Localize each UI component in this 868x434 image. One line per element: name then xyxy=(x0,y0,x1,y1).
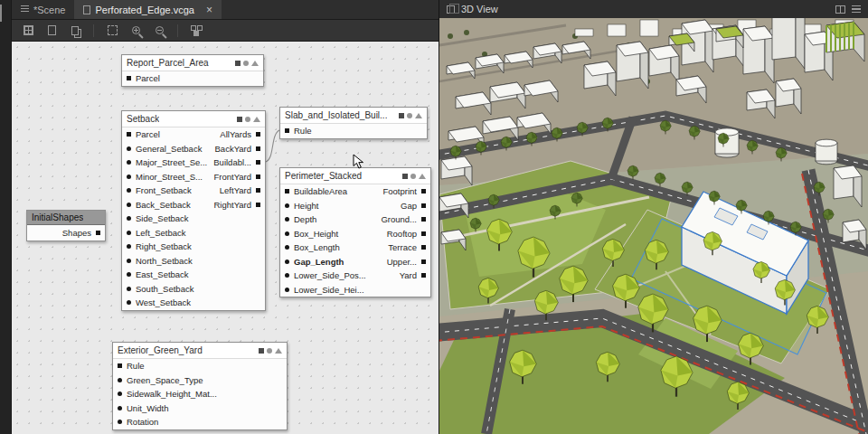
node-report-parcel-area[interactable]: Report_Parcel_Area Parcel xyxy=(121,54,264,87)
output-port[interactable] xyxy=(421,273,426,278)
input-port[interactable] xyxy=(285,288,289,292)
param-row: HeightGap xyxy=(280,199,430,213)
input-port[interactable] xyxy=(127,300,131,305)
input-port[interactable] xyxy=(127,175,131,179)
collapse-triangle-icon[interactable] xyxy=(415,113,422,118)
param-label: Box_Length xyxy=(294,242,383,252)
collapse-circle-icon[interactable] xyxy=(407,113,412,118)
input-port[interactable] xyxy=(127,244,131,249)
vcga-file-icon xyxy=(83,5,90,14)
zoom-in-icon[interactable] xyxy=(125,21,146,41)
node-header-icons xyxy=(231,117,260,122)
output-port[interactable] xyxy=(256,132,260,137)
input-port[interactable] xyxy=(127,287,131,291)
collapse-square-icon[interactable] xyxy=(259,348,264,354)
node-graph-canvas[interactable]: Report_Parcel_Area Parcel Setback Parcel… xyxy=(12,42,439,434)
input-port[interactable] xyxy=(127,160,131,165)
node-header[interactable]: Setback xyxy=(122,111,265,127)
input-port[interactable] xyxy=(118,378,122,382)
input-port[interactable] xyxy=(285,245,289,250)
node-header[interactable]: Report_Parcel_Area xyxy=(122,55,263,71)
input-port[interactable] xyxy=(285,273,289,278)
node-title: Exterior_Green_Yard xyxy=(118,345,203,355)
output-port[interactable] xyxy=(421,203,426,208)
input-port[interactable] xyxy=(127,188,131,193)
collapse-circle-icon[interactable] xyxy=(245,117,250,122)
collapse-circle-icon[interactable] xyxy=(267,348,272,354)
param-label: Right_Setback xyxy=(136,241,260,251)
node-header[interactable]: Exterior_Green_Yard xyxy=(113,343,287,359)
fit-view-icon[interactable] xyxy=(101,21,123,41)
collapse-triangle-icon[interactable] xyxy=(275,348,282,354)
3d-scene[interactable] xyxy=(439,18,868,434)
input-port[interactable] xyxy=(285,189,289,193)
input-port[interactable] xyxy=(118,406,122,410)
tab-close-icon[interactable]: × xyxy=(206,5,212,15)
collapse-triangle-icon[interactable] xyxy=(419,174,426,179)
node-header[interactable]: InitialShapes xyxy=(27,211,105,225)
collapse-triangle-icon[interactable] xyxy=(251,61,259,66)
new-file-icon[interactable] xyxy=(41,21,62,41)
collapse-square-icon[interactable] xyxy=(235,61,241,66)
zoom-out-icon[interactable] xyxy=(148,21,170,41)
input-port[interactable] xyxy=(285,231,289,236)
input-port[interactable] xyxy=(285,259,289,264)
collapse-triangle-icon[interactable] xyxy=(253,117,260,122)
param-row: ParcelAllYards xyxy=(122,127,265,142)
layout-panes-icon[interactable] xyxy=(835,5,845,14)
input-port[interactable] xyxy=(127,203,131,207)
input-port[interactable] xyxy=(118,392,122,396)
input-port[interactable] xyxy=(127,76,131,80)
output-port[interactable] xyxy=(256,203,260,207)
node-header-icons xyxy=(253,348,282,354)
collapse-circle-icon[interactable] xyxy=(410,174,416,179)
input-port[interactable] xyxy=(118,363,122,368)
param-row: Unit_Width xyxy=(113,401,287,416)
snap-grid-icon[interactable] xyxy=(17,21,39,41)
output-port[interactable] xyxy=(256,188,260,193)
duplicate-icon[interactable] xyxy=(64,21,86,41)
auto-layout-icon[interactable] xyxy=(185,21,207,41)
dock-icon[interactable] xyxy=(0,5,2,22)
tab-scene[interactable]: *Scene xyxy=(12,0,74,19)
node-header[interactable]: Perimeter_Stacked xyxy=(280,168,430,184)
node-title: Setback xyxy=(127,114,159,124)
input-port[interactable] xyxy=(127,272,131,277)
output-port[interactable] xyxy=(421,245,426,250)
3d-view-header: 3D View xyxy=(439,0,868,18)
input-port[interactable] xyxy=(285,217,289,222)
param-label: Gap_Length xyxy=(294,257,382,267)
input-port[interactable] xyxy=(118,420,122,424)
collapse-square-icon[interactable] xyxy=(402,174,408,179)
input-port[interactable] xyxy=(127,146,131,151)
output-port[interactable] xyxy=(421,217,426,222)
collapse-circle-icon[interactable] xyxy=(243,61,249,66)
node-header-icons xyxy=(230,61,259,66)
output-port[interactable] xyxy=(96,231,100,235)
input-port[interactable] xyxy=(285,128,289,133)
output-port[interactable] xyxy=(256,175,260,179)
node-setback[interactable]: Setback ParcelAllYards General_SetbackBa… xyxy=(121,110,266,311)
input-port[interactable] xyxy=(127,259,131,263)
panel-menu-icon[interactable] xyxy=(852,5,861,13)
node-initial-shapes[interactable]: InitialShapes Shapes xyxy=(26,210,106,241)
collapse-square-icon[interactable] xyxy=(399,113,404,118)
collapse-square-icon[interactable] xyxy=(237,117,242,122)
input-port[interactable] xyxy=(127,132,131,137)
output-port[interactable] xyxy=(421,189,426,193)
output-port[interactable] xyxy=(256,160,260,165)
tab-perforated-edge-vcga[interactable]: Perforated_Edge.vcga × xyxy=(74,0,221,19)
output-port[interactable] xyxy=(256,146,260,151)
node-header[interactable]: Slab_and_Isolated_Buil... xyxy=(280,108,427,124)
tab-vcga-label: Perforated_Edge.vcga xyxy=(95,5,193,15)
node-exterior-green-yard[interactable]: Exterior_Green_Yard Rule Green_Space_Typ… xyxy=(112,342,288,430)
input-port[interactable] xyxy=(127,231,131,235)
node-perimeter-stacked[interactable]: Perimeter_Stacked BuildableAreaFootprint… xyxy=(279,167,431,297)
3d-viewport[interactable] xyxy=(439,18,868,434)
node-slab-and-isolated-building[interactable]: Slab_and_Isolated_Buil... Rule xyxy=(279,107,428,139)
input-port[interactable] xyxy=(285,203,289,208)
output-port[interactable] xyxy=(421,259,426,264)
input-port[interactable] xyxy=(127,216,131,221)
output-port[interactable] xyxy=(421,231,426,236)
scene-3d-icon xyxy=(447,5,455,14)
